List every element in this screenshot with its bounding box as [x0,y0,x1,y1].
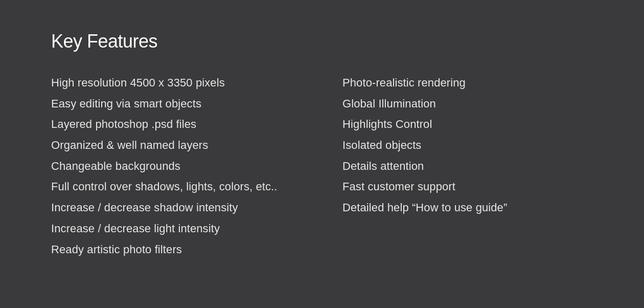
left-feature-item-2: Layered photoshop .psd files [51,114,302,135]
left-feature-item-0: High resolution 4500 x 3350 pixels [51,73,302,94]
left-feature-item-4: Changeable backgrounds [51,156,302,177]
main-container: Key Features High resolution 4500 x 3350… [0,0,644,291]
features-grid: High resolution 4500 x 3350 pixelsEasy e… [51,73,593,260]
left-feature-item-3: Organized & well named layers [51,135,302,156]
section-title: Key Features [51,31,593,52]
left-feature-item-8: Ready artistic photo filters [51,239,302,260]
left-feature-item-6: Increase / decrease shadow intensity [51,197,302,218]
left-feature-item-7: Increase / decrease light intensity [51,218,302,239]
right-feature-item-0: Photo-realistic rendering [342,73,593,94]
left-feature-item-1: Easy editing via smart objects [51,94,302,115]
right-feature-item-5: Fast customer support [342,177,593,197]
right-feature-item-6: Detailed help “How to use guide” [342,197,593,218]
right-column: Photo-realistic renderingGlobal Illumina… [342,73,593,260]
left-column: High resolution 4500 x 3350 pixelsEasy e… [51,73,302,260]
right-feature-item-3: Isolated objects [342,135,593,156]
right-feature-item-2: Highlights Control [342,114,593,135]
right-feature-item-4: Details attention [342,156,593,177]
right-feature-item-1: Global Illumination [342,94,593,115]
left-feature-item-5: Full control over shadows, lights, color… [51,177,302,197]
